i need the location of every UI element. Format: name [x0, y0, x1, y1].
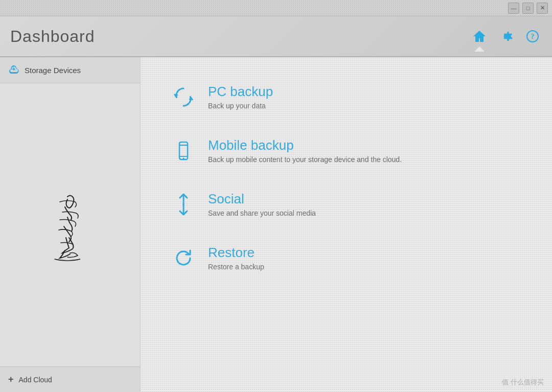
signature-area	[0, 83, 140, 366]
social-icon	[171, 192, 196, 217]
maximize-button[interactable]: □	[522, 3, 534, 14]
restore-text: Restore Restore a backup	[208, 245, 264, 271]
content-area: PC backup Back up your data Mobile backu…	[141, 57, 552, 392]
close-button[interactable]: ✕	[537, 3, 548, 14]
mobile-backup-title: Mobile backup	[208, 137, 402, 153]
main-layout: Storage Devices	[0, 57, 552, 392]
pc-backup-title: PC backup	[208, 84, 273, 100]
restore-icon	[171, 246, 196, 270]
restore-item[interactable]: Restore Restore a backup	[166, 234, 526, 282]
add-cloud-plus-icon: +	[8, 374, 14, 385]
title-bar: — □ ✕	[0, 0, 552, 16]
social-desc: Save and share your social media	[208, 209, 316, 217]
watermark: 值 什么值得买	[502, 378, 544, 387]
social-title: Social	[208, 191, 316, 207]
add-cloud-label: Add Cloud	[19, 376, 52, 384]
svg-text:?: ?	[531, 33, 535, 40]
storage-devices-label: Storage Devices	[25, 66, 81, 75]
help-icon-button[interactable]: ?	[523, 27, 542, 45]
title-bar-controls: — □ ✕	[508, 3, 548, 14]
social-item[interactable]: Social Save and share your social media	[166, 180, 526, 228]
social-text: Social Save and share your social media	[208, 191, 316, 217]
mobile-backup-desc: Back up mobile content to your storage d…	[208, 155, 402, 164]
pc-backup-item[interactable]: PC backup Back up your data	[166, 73, 526, 121]
restore-title: Restore	[208, 245, 264, 261]
app-header: Dashboard ?	[0, 16, 552, 57]
svg-point-5	[183, 158, 185, 159]
storage-devices-icon	[8, 64, 19, 76]
mobile-backup-icon	[171, 139, 196, 163]
minimize-button[interactable]: —	[508, 3, 519, 14]
pc-backup-icon	[171, 85, 196, 109]
settings-icon-button[interactable]	[497, 27, 515, 45]
header-icons: ?	[470, 27, 542, 45]
mobile-backup-text: Mobile backup Back up mobile content to …	[208, 137, 402, 164]
sidebar-item-storage-devices[interactable]: Storage Devices	[0, 57, 140, 83]
add-cloud-button[interactable]: + Add Cloud	[0, 366, 140, 392]
signature-image	[39, 187, 101, 263]
pc-backup-desc: Back up your data	[208, 102, 273, 110]
pc-backup-text: PC backup Back up your data	[208, 84, 273, 110]
app-title: Dashboard	[10, 27, 95, 46]
sidebar: Storage Devices	[0, 57, 141, 392]
mobile-backup-item[interactable]: Mobile backup Back up mobile content to …	[166, 126, 526, 175]
restore-desc: Restore a backup	[208, 263, 264, 271]
home-icon-button[interactable]	[470, 27, 489, 45]
